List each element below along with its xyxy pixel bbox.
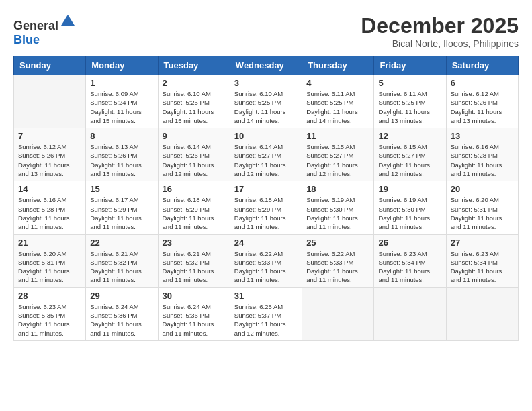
day-info: Sunrise: 6:23 AM Sunset: 5:35 PM Dayligh… — [18, 302, 81, 338]
day-info: Sunrise: 6:20 AM Sunset: 5:31 PM Dayligh… — [451, 195, 514, 231]
day-info: Sunrise: 6:18 AM Sunset: 5:29 PM Dayligh… — [234, 195, 298, 231]
calendar-cell: 8 Sunrise: 6:13 AM Sunset: 5:26 PM Dayli… — [86, 128, 158, 181]
day-number: 12 — [378, 131, 441, 141]
calendar-cell: 11 Sunrise: 6:15 AM Sunset: 5:27 PM Dayl… — [302, 128, 374, 181]
calendar-cell: 6 Sunrise: 6:12 AM Sunset: 5:26 PM Dayli… — [446, 75, 518, 128]
day-number: 30 — [163, 291, 226, 301]
day-info: Sunrise: 6:13 AM Sunset: 5:26 PM Dayligh… — [90, 142, 153, 178]
calendar-cell — [374, 287, 446, 340]
calendar-cell: 7 Sunrise: 6:12 AM Sunset: 5:26 PM Dayli… — [14, 128, 86, 181]
calendar-cell — [14, 75, 86, 128]
day-number: 22 — [90, 238, 153, 248]
day-number: 3 — [234, 78, 298, 88]
logo: General Blue — [13, 13, 76, 47]
day-number: 7 — [18, 131, 81, 141]
day-info: Sunrise: 6:24 AM Sunset: 5:36 PM Dayligh… — [163, 302, 226, 338]
logo-text-general: General — [13, 19, 58, 32]
day-info: Sunrise: 6:21 AM Sunset: 5:32 PM Dayligh… — [163, 249, 226, 285]
weekday-header-row: SundayMondayTuesdayWednesdayThursdayFrid… — [14, 56, 519, 75]
day-info: Sunrise: 6:11 AM Sunset: 5:25 PM Dayligh… — [306, 89, 369, 125]
calendar-cell: 23 Sunrise: 6:21 AM Sunset: 5:32 PM Dayl… — [158, 234, 230, 287]
calendar-cell — [302, 287, 374, 340]
day-info: Sunrise: 6:14 AM Sunset: 5:26 PM Dayligh… — [163, 142, 226, 178]
calendar: SundayMondayTuesdayWednesdayThursdayFrid… — [13, 56, 519, 341]
day-number: 23 — [163, 238, 226, 248]
calendar-cell: 10 Sunrise: 6:14 AM Sunset: 5:27 PM Dayl… — [230, 128, 302, 181]
day-number: 1 — [90, 78, 153, 88]
day-info: Sunrise: 6:20 AM Sunset: 5:31 PM Dayligh… — [18, 249, 81, 285]
weekday-header-friday: Friday — [374, 56, 446, 75]
day-number: 24 — [234, 238, 298, 248]
weekday-header-wednesday: Wednesday — [230, 56, 302, 75]
day-number: 18 — [306, 184, 369, 194]
day-number: 6 — [451, 78, 514, 88]
calendar-cell: 3 Sunrise: 6:10 AM Sunset: 5:25 PM Dayli… — [230, 75, 302, 128]
day-number: 26 — [378, 238, 441, 248]
calendar-cell: 1 Sunrise: 6:09 AM Sunset: 5:24 PM Dayli… — [86, 75, 158, 128]
day-number: 11 — [306, 131, 369, 141]
calendar-cell: 25 Sunrise: 6:22 AM Sunset: 5:33 PM Dayl… — [302, 234, 374, 287]
day-info: Sunrise: 6:21 AM Sunset: 5:32 PM Dayligh… — [90, 249, 153, 285]
week-row-2: 7 Sunrise: 6:12 AM Sunset: 5:26 PM Dayli… — [14, 128, 519, 181]
day-number: 21 — [18, 238, 81, 248]
weekday-header-sunday: Sunday — [14, 56, 86, 75]
week-row-1: 1 Sunrise: 6:09 AM Sunset: 5:24 PM Dayli… — [14, 75, 519, 128]
location: Bical Norte, Ilocos, Philippines — [361, 38, 519, 49]
day-info: Sunrise: 6:09 AM Sunset: 5:24 PM Dayligh… — [90, 89, 153, 125]
day-number: 27 — [451, 238, 514, 248]
day-info: Sunrise: 6:12 AM Sunset: 5:26 PM Dayligh… — [451, 89, 514, 125]
day-info: Sunrise: 6:15 AM Sunset: 5:27 PM Dayligh… — [306, 142, 369, 178]
logo-icon — [60, 13, 76, 30]
calendar-cell: 27 Sunrise: 6:23 AM Sunset: 5:34 PM Dayl… — [446, 234, 518, 287]
day-info: Sunrise: 6:16 AM Sunset: 5:28 PM Dayligh… — [451, 142, 514, 178]
day-info: Sunrise: 6:23 AM Sunset: 5:34 PM Dayligh… — [451, 249, 514, 285]
day-info: Sunrise: 6:22 AM Sunset: 5:33 PM Dayligh… — [306, 249, 369, 285]
day-info: Sunrise: 6:24 AM Sunset: 5:36 PM Dayligh… — [90, 302, 153, 338]
day-number: 4 — [306, 78, 369, 88]
day-info: Sunrise: 6:19 AM Sunset: 5:30 PM Dayligh… — [378, 195, 441, 231]
calendar-cell: 15 Sunrise: 6:17 AM Sunset: 5:29 PM Dayl… — [86, 181, 158, 234]
day-info: Sunrise: 6:11 AM Sunset: 5:25 PM Dayligh… — [378, 89, 441, 125]
day-info: Sunrise: 6:12 AM Sunset: 5:26 PM Dayligh… — [18, 142, 81, 178]
calendar-cell: 31 Sunrise: 6:25 AM Sunset: 5:37 PM Dayl… — [230, 287, 302, 340]
calendar-cell: 26 Sunrise: 6:23 AM Sunset: 5:34 PM Dayl… — [374, 234, 446, 287]
calendar-cell: 19 Sunrise: 6:19 AM Sunset: 5:30 PM Dayl… — [374, 181, 446, 234]
day-info: Sunrise: 6:17 AM Sunset: 5:29 PM Dayligh… — [90, 195, 153, 231]
day-number: 29 — [90, 291, 153, 301]
calendar-cell: 20 Sunrise: 6:20 AM Sunset: 5:31 PM Dayl… — [446, 181, 518, 234]
day-number: 13 — [451, 131, 514, 141]
week-row-4: 21 Sunrise: 6:20 AM Sunset: 5:31 PM Dayl… — [14, 234, 519, 287]
calendar-cell: 9 Sunrise: 6:14 AM Sunset: 5:26 PM Dayli… — [158, 128, 230, 181]
day-number: 25 — [306, 238, 369, 248]
day-info: Sunrise: 6:22 AM Sunset: 5:33 PM Dayligh… — [234, 249, 298, 285]
day-number: 15 — [90, 184, 153, 194]
week-row-5: 28 Sunrise: 6:23 AM Sunset: 5:35 PM Dayl… — [14, 287, 519, 340]
calendar-cell: 17 Sunrise: 6:18 AM Sunset: 5:29 PM Dayl… — [230, 181, 302, 234]
calendar-cell: 21 Sunrise: 6:20 AM Sunset: 5:31 PM Dayl… — [14, 234, 86, 287]
calendar-cell: 22 Sunrise: 6:21 AM Sunset: 5:32 PM Dayl… — [86, 234, 158, 287]
day-info: Sunrise: 6:16 AM Sunset: 5:28 PM Dayligh… — [18, 195, 81, 231]
day-number: 28 — [18, 291, 81, 301]
day-info: Sunrise: 6:23 AM Sunset: 5:34 PM Dayligh… — [378, 249, 441, 285]
day-info: Sunrise: 6:10 AM Sunset: 5:25 PM Dayligh… — [234, 89, 298, 125]
page-header: General Blue December 2025 Bical Norte, … — [13, 13, 519, 49]
calendar-cell: 24 Sunrise: 6:22 AM Sunset: 5:33 PM Dayl… — [230, 234, 302, 287]
calendar-cell: 29 Sunrise: 6:24 AM Sunset: 5:36 PM Dayl… — [86, 287, 158, 340]
calendar-cell: 18 Sunrise: 6:19 AM Sunset: 5:30 PM Dayl… — [302, 181, 374, 234]
day-number: 31 — [234, 291, 298, 301]
calendar-cell: 2 Sunrise: 6:10 AM Sunset: 5:25 PM Dayli… — [158, 75, 230, 128]
calendar-cell: 28 Sunrise: 6:23 AM Sunset: 5:35 PM Dayl… — [14, 287, 86, 340]
day-number: 2 — [163, 78, 226, 88]
calendar-cell: 13 Sunrise: 6:16 AM Sunset: 5:28 PM Dayl… — [446, 128, 518, 181]
title-block: December 2025 Bical Norte, Ilocos, Phili… — [361, 13, 519, 49]
weekday-header-saturday: Saturday — [446, 56, 518, 75]
month-year: December 2025 — [361, 13, 519, 38]
day-number: 16 — [163, 184, 226, 194]
day-info: Sunrise: 6:14 AM Sunset: 5:27 PM Dayligh… — [234, 142, 298, 178]
calendar-cell: 5 Sunrise: 6:11 AM Sunset: 5:25 PM Dayli… — [374, 75, 446, 128]
calendar-cell: 4 Sunrise: 6:11 AM Sunset: 5:25 PM Dayli… — [302, 75, 374, 128]
calendar-cell: 12 Sunrise: 6:15 AM Sunset: 5:27 PM Dayl… — [374, 128, 446, 181]
day-info: Sunrise: 6:25 AM Sunset: 5:37 PM Dayligh… — [234, 302, 298, 338]
day-number: 14 — [18, 184, 81, 194]
week-row-3: 14 Sunrise: 6:16 AM Sunset: 5:28 PM Dayl… — [14, 181, 519, 234]
